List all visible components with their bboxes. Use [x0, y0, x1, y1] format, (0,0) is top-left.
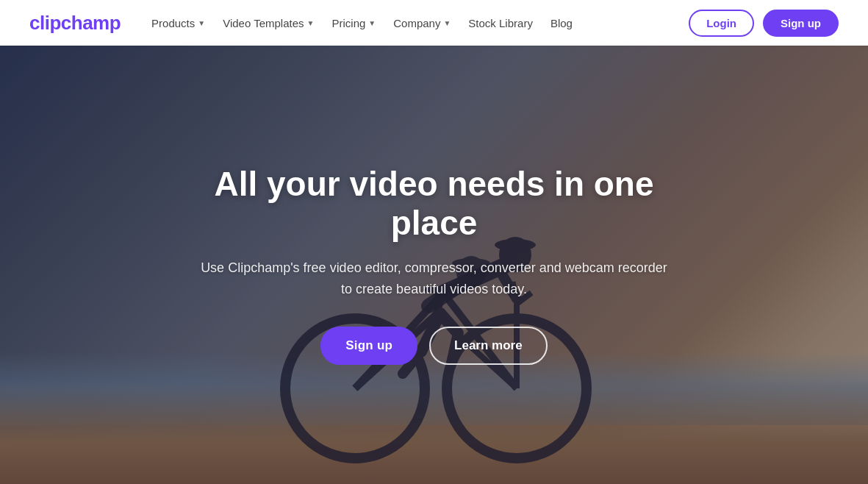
hero-title: All your video needs in one place	[199, 165, 670, 243]
nav-link-stock-library[interactable]: Stock Library	[461, 11, 540, 35]
navbar-right: Login Sign up	[689, 10, 839, 37]
nav-link-video-templates[interactable]: Video Templates ▼	[215, 11, 321, 35]
nav-label-company: Company	[393, 17, 440, 29]
login-button[interactable]: Login	[689, 10, 754, 37]
nav-link-blog[interactable]: Blog	[543, 11, 580, 35]
hero-section: All your video needs in one place Use Cl…	[0, 46, 868, 484]
chevron-down-icon: ▼	[198, 19, 205, 27]
nav-label-products: Products	[151, 17, 195, 29]
logo[interactable]: clipchamp	[29, 12, 121, 35]
logo-text: clipchamp	[29, 12, 121, 34]
nav-item-blog: Blog	[543, 11, 580, 35]
nav-label-video-templates: Video Templates	[223, 17, 304, 29]
nav-label-pricing: Pricing	[331, 17, 365, 29]
nav-item-video-templates: Video Templates ▼	[215, 11, 321, 35]
nav-label-blog: Blog	[550, 17, 573, 29]
nav-item-company: Company ▼	[386, 11, 458, 35]
hero-learn-more-button[interactable]: Learn more	[429, 327, 548, 365]
chevron-down-icon-4: ▼	[443, 19, 451, 27]
hero-signup-button[interactable]: Sign up	[320, 327, 417, 365]
nav-item-stock-library: Stock Library	[461, 11, 540, 35]
chevron-down-icon-3: ▼	[368, 19, 376, 27]
navbar: clipchamp Products ▼ Video Templates ▼ P…	[0, 0, 868, 46]
signup-nav-button[interactable]: Sign up	[763, 10, 839, 37]
nav-link-company[interactable]: Company ▼	[386, 11, 458, 35]
hero-buttons: Sign up Learn more	[199, 327, 670, 365]
nav-label-stock-library: Stock Library	[468, 17, 533, 29]
nav-link-products[interactable]: Products ▼	[144, 11, 212, 35]
navbar-left: clipchamp Products ▼ Video Templates ▼ P…	[29, 11, 580, 35]
nav-link-pricing[interactable]: Pricing ▼	[324, 11, 383, 35]
nav-links: Products ▼ Video Templates ▼ Pricing ▼ C…	[144, 11, 580, 35]
hero-content: All your video needs in one place Use Cl…	[184, 165, 684, 364]
hero-subtitle: Use Clipchamp's free video editor, compr…	[199, 257, 670, 300]
chevron-down-icon-2: ▼	[307, 19, 315, 27]
nav-item-pricing: Pricing ▼	[324, 11, 383, 35]
nav-item-products: Products ▼	[144, 11, 212, 35]
